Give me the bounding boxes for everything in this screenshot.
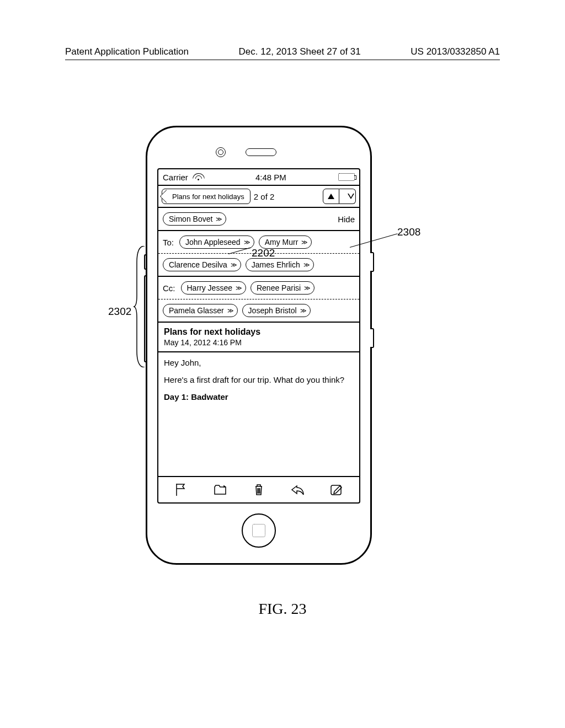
header-right: US 2013/0332850 A1 — [411, 46, 500, 57]
folder-icon — [212, 482, 228, 497]
recipient-pill[interactable]: Harry Jessee≫ — [181, 281, 246, 295]
cc-label: Cc: — [163, 283, 175, 293]
compose-button[interactable] — [328, 481, 345, 498]
cc-row-2: Pamela Glasser≫ Joseph Bristol≫ — [158, 299, 359, 323]
trash-icon — [251, 482, 266, 497]
recipient-pill[interactable]: Clarence Desilva≫ — [163, 258, 241, 271]
sender-row: Simon Bovet ≫ Hide — [158, 208, 359, 231]
flag-icon — [173, 482, 189, 497]
clock: 4:48 PM — [255, 173, 286, 182]
nav-bar: Plans for next holidays 2 of 2 — [158, 186, 359, 208]
sender-name: Simon Bovet — [169, 215, 212, 223]
phone-frame: Carrier 4:48 PM Plans for next holidays … — [146, 126, 372, 565]
chevron-right-icon: ≫ — [303, 261, 308, 269]
header-left: Patent Application Publication — [65, 46, 189, 57]
home-button[interactable] — [242, 513, 276, 548]
battery-icon — [338, 173, 355, 181]
folder-button[interactable] — [212, 481, 228, 498]
page-header: Patent Application Publication Dec. 12, … — [65, 46, 500, 57]
message-counter: 2 of 2 — [254, 192, 275, 201]
sender-pill[interactable]: Simon Bovet ≫ — [163, 212, 226, 226]
chevron-right-icon: ≫ — [236, 285, 240, 292]
prev-message-button[interactable] — [323, 189, 339, 204]
back-button[interactable]: Plans for next holidays — [162, 189, 250, 204]
triangle-down-icon — [344, 194, 351, 199]
figure-label: FIG. 23 — [0, 600, 565, 618]
body-paragraph: Here's a first draft for our trip. What … — [164, 375, 354, 384]
subject-date: May 14, 2012 4:16 PM — [164, 338, 354, 347]
subject-row: Plans for next holidays May 14, 2012 4:1… — [158, 323, 359, 352]
annotation-2202: 2202 — [252, 247, 275, 259]
nav-arrows — [323, 189, 356, 204]
header-center: Dec. 12, 2013 Sheet 27 of 31 — [239, 46, 361, 57]
flag-button[interactable] — [173, 481, 189, 498]
recipient-pill[interactable]: Joseph Bristol≫ — [242, 304, 311, 317]
subject-title: Plans for next holidays — [164, 327, 354, 337]
wifi-icon — [193, 173, 204, 181]
brace-2302 — [134, 246, 146, 367]
side-button-bottom[interactable] — [370, 328, 374, 348]
recipient-pill[interactable]: James Ehrlich≫ — [246, 258, 314, 271]
chevron-right-icon: ≫ — [231, 261, 235, 269]
status-bar: Carrier 4:48 PM — [158, 169, 359, 186]
chevron-right-icon: ≫ — [304, 285, 308, 292]
triangle-up-icon — [328, 194, 334, 199]
reply-icon — [290, 482, 305, 497]
cc-row-1: Cc: Harry Jessee≫ Renee Parisi≫ — [158, 277, 359, 299]
chevron-right-icon: ≫ — [244, 239, 248, 246]
back-button-label: Plans for next holidays — [171, 192, 244, 201]
body-greeting: Hey John, — [164, 358, 354, 367]
header-rule — [65, 60, 500, 60]
to-label: To: — [163, 238, 174, 247]
side-button-top[interactable] — [370, 252, 374, 272]
reply-button[interactable] — [289, 481, 306, 498]
chevron-right-icon: ≫ — [216, 216, 220, 223]
chevron-right-icon: ≫ — [301, 239, 306, 246]
chevron-right-icon: ≫ — [300, 307, 305, 314]
next-message-button[interactable] — [339, 189, 356, 204]
recipient-pill[interactable]: Renee Parisi≫ — [250, 281, 315, 295]
recipient-pill[interactable]: Pamela Glasser≫ — [163, 304, 238, 317]
recipient-pill[interactable]: John Appleseed≫ — [179, 235, 254, 249]
bottom-toolbar — [158, 476, 359, 502]
trash-button[interactable] — [250, 481, 267, 498]
message-body[interactable]: Hey John, Here's a first draft for our t… — [158, 352, 359, 476]
compose-icon — [329, 482, 344, 497]
carrier-label: Carrier — [163, 173, 188, 182]
annotation-2302: 2302 — [108, 306, 131, 318]
chevron-right-icon: ≫ — [227, 307, 232, 314]
speaker-slot — [246, 148, 276, 156]
body-day-heading: Day 1: Badwater — [164, 392, 354, 402]
annotation-2308: 2308 — [397, 226, 420, 238]
camera-icon — [216, 147, 226, 157]
hide-button[interactable]: Hide — [338, 215, 355, 224]
screen: Carrier 4:48 PM Plans for next holidays … — [157, 168, 360, 504]
